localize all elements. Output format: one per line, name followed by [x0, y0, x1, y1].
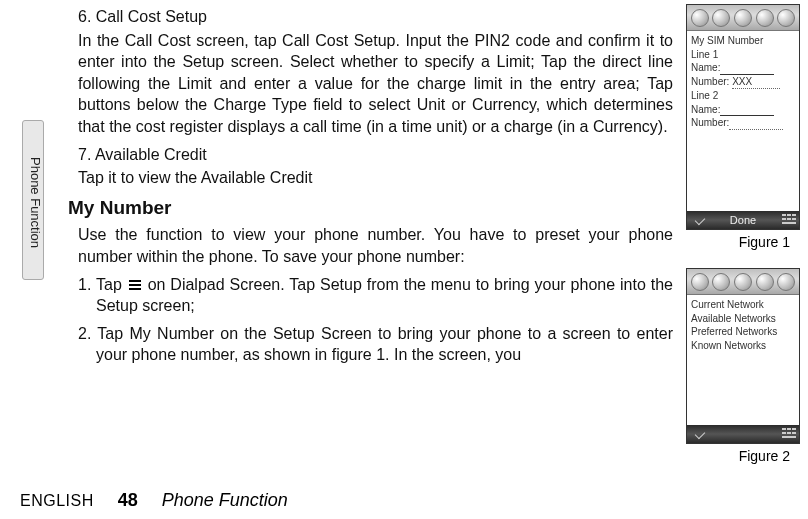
- phone-bottom-bar: Done: [687, 211, 799, 229]
- paragraph-call-cost: In the Call Cost screen, tap Call Cost S…: [78, 30, 673, 138]
- list-item[interactable]: Current Network: [691, 298, 795, 312]
- phone-screenshot-1: My SIM Number Line 1 Name: Number: XXX L…: [686, 4, 800, 230]
- phone-body: Current Network Available Networks Prefe…: [687, 295, 799, 355]
- toolbar-icon[interactable]: [691, 9, 709, 27]
- name-row-1: Name:: [691, 61, 795, 75]
- phone-screenshot-2: Current Network Available Networks Prefe…: [686, 268, 800, 444]
- number-row-1: Number: XXX: [691, 75, 795, 90]
- name-label: Name:: [691, 62, 720, 73]
- name-row-2: Name:: [691, 103, 795, 117]
- name-label: Name:: [691, 104, 720, 115]
- list-item[interactable]: Known Networks: [691, 339, 795, 353]
- keyboard-icon[interactable]: [782, 428, 796, 438]
- toolbar-icon[interactable]: [777, 273, 795, 291]
- heading-call-cost-setup: 6. Call Cost Setup: [78, 6, 673, 28]
- page-footer: ENGLISH 48 Phone Function: [20, 490, 288, 511]
- name-field-2[interactable]: [720, 105, 774, 116]
- heading-my-number: My Number: [68, 195, 673, 221]
- list-item[interactable]: Available Networks: [691, 312, 795, 326]
- number-label: Number:: [691, 76, 729, 87]
- step-1-post: on Dialpad Screen. Tap Setup from the me…: [96, 276, 673, 315]
- paragraph-my-number-intro: Use the function to view your phone numb…: [78, 224, 673, 267]
- toolbar-icon[interactable]: [712, 9, 730, 27]
- sim-title: My SIM Number: [691, 34, 795, 48]
- toolbar-icon[interactable]: [691, 273, 709, 291]
- menu-icon: [129, 280, 141, 290]
- name-field-1[interactable]: [720, 64, 774, 75]
- phone-body: My SIM Number Line 1 Name: Number: XXX L…: [687, 31, 799, 133]
- toolbar-icon[interactable]: [756, 9, 774, 27]
- number-row-2: Number:: [691, 116, 795, 130]
- line-2-label: Line 2: [691, 89, 795, 103]
- heading-available-credit: 7. Available Credit: [78, 144, 673, 166]
- list-item[interactable]: Preferred Networks: [691, 325, 795, 339]
- footer-page-number: 48: [118, 490, 138, 511]
- step-2: 2. Tap My Number on the Setup Screen to …: [96, 323, 673, 366]
- step-1-pre: 1. Tap: [78, 276, 127, 293]
- side-tab-phone-function: Phone Function: [22, 120, 44, 280]
- figure-2-caption: Figure 2: [739, 448, 790, 464]
- toolbar-icon[interactable]: [734, 9, 752, 27]
- toolbar-icon[interactable]: [734, 273, 752, 291]
- done-button[interactable]: Done: [730, 214, 756, 226]
- phone-toolbar: [687, 269, 799, 295]
- phone-toolbar: [687, 5, 799, 31]
- toolbar-icon[interactable]: [712, 273, 730, 291]
- phone-bottom-bar: [687, 425, 799, 443]
- figure-1-caption: Figure 1: [739, 234, 790, 250]
- footer-language: ENGLISH: [20, 492, 94, 510]
- keyboard-icon[interactable]: [782, 214, 796, 224]
- number-label: Number:: [691, 117, 729, 128]
- paragraph-available-credit: Tap it to view the Available Credit: [78, 167, 673, 189]
- main-body: 6. Call Cost Setup In the Call Cost scre…: [78, 6, 673, 372]
- step-1: 1. Tap on Dialpad Screen. Tap Setup from…: [96, 274, 673, 317]
- toolbar-icon[interactable]: [756, 273, 774, 291]
- number-field-1[interactable]: XXX: [732, 75, 780, 90]
- toolbar-icon[interactable]: [777, 9, 795, 27]
- footer-chapter: Phone Function: [162, 490, 288, 511]
- number-field-2[interactable]: [729, 119, 783, 130]
- line-1-label: Line 1: [691, 48, 795, 62]
